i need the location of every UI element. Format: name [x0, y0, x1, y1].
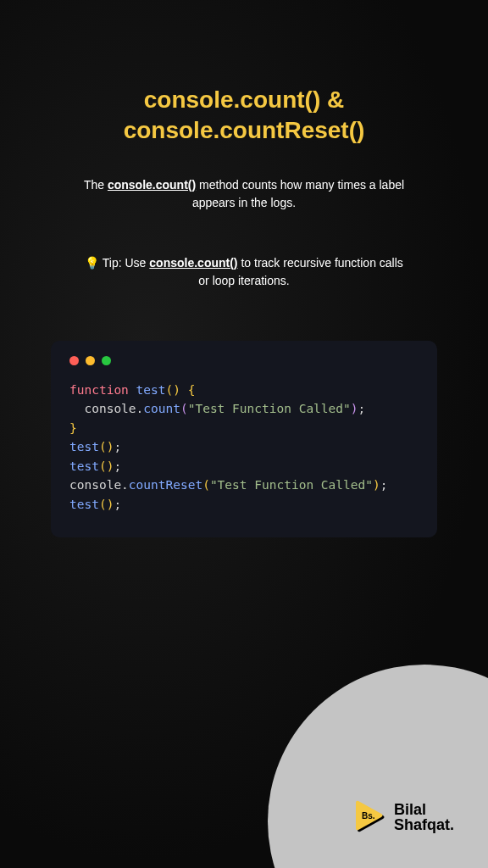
- tip-text: 💡 Tip: Use console.count() to track recu…: [83, 254, 405, 290]
- page-title: console.count() & console.countReset(): [51, 85, 437, 147]
- author-logo: Bs. Bilal Shafqat.: [353, 800, 454, 834]
- code-paren-close: ): [351, 402, 358, 415]
- code-semi: ;: [358, 402, 366, 415]
- logo-badge-text: Bs.: [362, 811, 375, 821]
- logo-icon: Bs.: [353, 800, 387, 834]
- code-semi: ;: [380, 478, 388, 492]
- code-method: count: [143, 402, 180, 415]
- code-indent: [69, 402, 84, 415]
- code-brace-close: }: [69, 421, 77, 435]
- description-suffix: method counts how many times a label app…: [192, 178, 404, 209]
- bulb-icon: 💡: [85, 254, 99, 272]
- content-container: console.count() & console.countReset() T…: [0, 0, 488, 537]
- code-block: function test() { console.count("Test Fu…: [51, 341, 437, 537]
- tip-prefix: Tip: Use: [99, 256, 149, 270]
- minimize-icon: [86, 356, 95, 365]
- code-paren-close: ): [373, 478, 380, 492]
- code-paren-open: (: [202, 478, 210, 492]
- code-call: test: [69, 498, 99, 511]
- code-function-name: test: [129, 383, 166, 397]
- code-keyword: function: [69, 383, 129, 397]
- window-controls: [69, 356, 419, 365]
- code-semi: ;: [114, 498, 121, 511]
- maximize-icon: [102, 356, 111, 365]
- author-first-name: Bilal: [394, 802, 454, 817]
- code-object: console: [69, 478, 121, 492]
- code-paren: (): [166, 383, 180, 397]
- code-call: test: [69, 440, 99, 453]
- code-paren: (): [99, 459, 114, 473]
- code-object: console: [84, 402, 136, 415]
- code-call: test: [69, 459, 99, 473]
- code-paren: (): [99, 440, 114, 453]
- code-semi: ;: [114, 440, 121, 453]
- code-paren-open: (: [180, 402, 188, 415]
- code-semi: ;: [114, 459, 121, 473]
- author-name: Bilal Shafqat.: [394, 802, 454, 832]
- code-method: countReset: [129, 478, 202, 492]
- description-prefix: The: [84, 178, 108, 192]
- description-highlight: console.count(): [108, 178, 196, 192]
- code-paren: (): [99, 498, 114, 511]
- code-content: function test() { console.count("Test Fu…: [69, 381, 419, 514]
- code-string: "Test Function Called": [210, 478, 373, 492]
- footer-decoration: [268, 665, 488, 868]
- author-last-name: Shafqat.: [394, 817, 454, 832]
- code-brace: {: [180, 383, 195, 397]
- close-icon: [69, 356, 79, 365]
- code-string: "Test Function Called": [188, 402, 351, 415]
- description-text: The console.count() method counts how ma…: [83, 176, 405, 212]
- code-dot: .: [121, 478, 129, 492]
- tip-highlight: console.count(): [149, 256, 237, 270]
- code-dot: .: [136, 402, 144, 415]
